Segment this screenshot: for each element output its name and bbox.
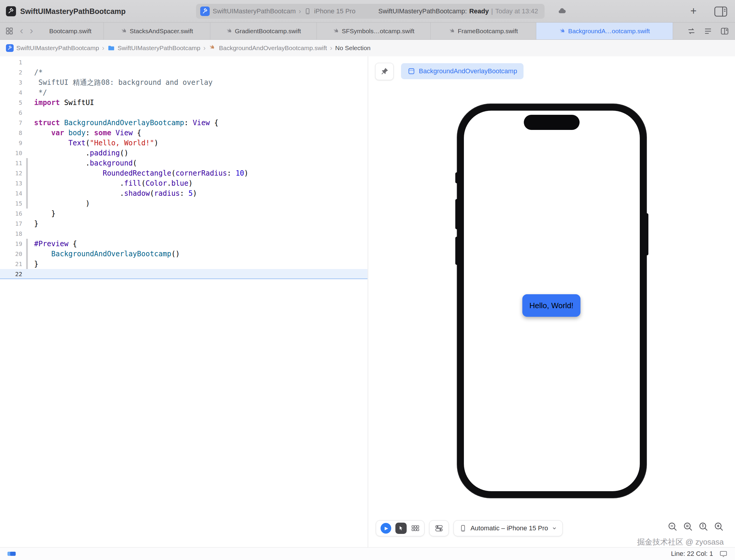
split-editor-icon[interactable] (720, 27, 729, 36)
activity-time: Today at 13:42 (495, 7, 538, 15)
variants-grid-icon[interactable] (411, 524, 420, 533)
line-number: 16 (0, 209, 22, 219)
zoom-100-icon[interactable] (698, 521, 709, 532)
cloud-icon[interactable] (557, 7, 567, 16)
tab-label: FrameBootcamp.swift (458, 28, 518, 35)
display-icon[interactable] (719, 550, 728, 558)
code-line-4[interactable]: 4 */ (0, 87, 367, 98)
device-picker[interactable]: Automatic – iPhone 15 Pro (454, 520, 563, 536)
breadcrumb-item-3[interactable]: No Selection (335, 44, 370, 52)
swift-file-icon (559, 28, 565, 34)
breadcrumb-item-1[interactable]: SwiftUIMasteryPathBootcamp (107, 44, 201, 52)
line-number: 17 (0, 219, 22, 229)
run-destination: iPhone 15 Pro (314, 7, 355, 15)
code-line-11[interactable]: 11 .background( (0, 158, 367, 168)
zoom-in-icon[interactable] (714, 521, 724, 532)
line-col-indicator: Line: 22 Col: 1 (671, 550, 713, 558)
app-proxy-icon[interactable] (6, 6, 16, 16)
code-text: .shadow(radius: 5) (34, 188, 197, 198)
preview-tab-label: BackgroundAndOverlayBootcamp (419, 67, 517, 75)
code-text: .padding() (34, 148, 128, 158)
tab-label: BackgroundA…ootcamp.swift (568, 28, 650, 35)
code-line-8[interactable]: 8 var body: some View { (0, 128, 367, 138)
code-line-19[interactable]: 19#Preview { (0, 239, 367, 249)
breadcrumb-label: BackgroundAndOverlayBootcamp.swift (219, 44, 327, 52)
file-tabs: Bootcamp.swiftStacksAndSpacer.swiftGradi… (37, 23, 673, 39)
line-number: 5 (0, 98, 22, 108)
source-control-change-bar (26, 188, 28, 198)
code-line-17[interactable]: 17} (0, 219, 367, 229)
activity-viewer[interactable]: SwiftUIMasteryPathBootcamp: Ready | Toda… (378, 7, 538, 15)
code-line-20[interactable]: 20 BackgroundAndOverlayBootcamp() (0, 249, 367, 259)
device-settings-button[interactable] (429, 520, 449, 536)
code-line-10[interactable]: 10 .padding() (0, 148, 367, 158)
phone-icon (459, 524, 467, 532)
code-line-14[interactable]: 14 .shadow(radius: 5) (0, 188, 367, 198)
forward-button[interactable]: › (30, 25, 33, 37)
editor-pages-icon[interactable] (7, 550, 16, 557)
code-line-16[interactable]: 16 } (0, 209, 367, 219)
scheme-name: SwiftUIMasteryPathBootcam (213, 7, 296, 15)
activity-project: SwiftUIMasteryPathBootcamp: (378, 7, 467, 15)
code-text: } (34, 209, 55, 219)
code-line-9[interactable]: 9 Text("Hello, World!") (0, 138, 367, 148)
hello-world-view[interactable]: Hello, World! (522, 294, 580, 317)
code-line-6[interactable]: 6 (0, 108, 367, 118)
code-text: /* (34, 67, 43, 77)
breadcrumb-item-0[interactable]: SwiftUIMasteryPathBootcamp (6, 44, 99, 52)
statusbar: Line: 22 Col: 1 (0, 547, 735, 560)
tab-sfsymbols-otcamp-swift[interactable]: SFSymbols…otcamp.swift (317, 23, 431, 39)
tab-stacksandspacer-swift[interactable]: StacksAndSpacer.swift (104, 23, 210, 39)
toolbar-activity-pill: SwiftUIMasteryPathBootcam › iPhone 15 Pr… (196, 4, 545, 19)
adjust-editor-icon[interactable] (704, 27, 712, 36)
tab-framebootcamp-swift[interactable]: FrameBootcamp.swift (431, 23, 536, 39)
scheme-selector[interactable]: SwiftUIMasteryPathBootcam › iPhone 15 Pr… (200, 7, 355, 16)
preview-tab[interactable]: BackgroundAndOverlayBootcamp (401, 63, 524, 79)
line-number: 6 (0, 108, 22, 118)
code-text: BackgroundAndOverlayBootcamp() (34, 249, 180, 259)
swap-editor-icon[interactable] (687, 27, 696, 36)
line-number: 12 (0, 168, 22, 178)
code-line-12[interactable]: 12 RoundedRectangle(cornerRadius: 10) (0, 168, 367, 178)
code-line-3[interactable]: 3 SwiftUI 精通之路08: background and overlay (0, 77, 367, 87)
code-text: .background( (34, 158, 137, 168)
code-rows: 12/*3 SwiftUI 精通之路08: background and ove… (0, 57, 367, 279)
code-line-21[interactable]: 21} (0, 259, 367, 269)
tab-bootcamp-swift[interactable]: Bootcamp.swift (37, 23, 104, 39)
selectable-mode-button[interactable] (395, 523, 407, 534)
line-number: 14 (0, 188, 22, 198)
pin-preview-button[interactable] (375, 63, 394, 80)
folder-icon (107, 44, 115, 52)
code-line-13[interactable]: 13 .fill(Color.blue) (0, 178, 367, 188)
tab-gradientbootcamp-swift[interactable]: GradientBootcamp.swift (210, 23, 317, 39)
breadcrumb-item-2[interactable]: BackgroundAndOverlayBootcamp.swift (209, 44, 327, 52)
zoom-out-icon[interactable] (667, 521, 678, 532)
code-line-2[interactable]: 2/* (0, 67, 367, 77)
code-line-1[interactable]: 1 (0, 57, 367, 67)
back-button[interactable]: ‹ (20, 25, 23, 37)
zoom-fit-icon[interactable] (683, 521, 693, 532)
add-tab-button[interactable]: + (688, 4, 699, 18)
breadcrumb-label: SwiftUIMasteryPathBootcamp (118, 44, 201, 52)
related-items-icon[interactable] (5, 27, 13, 35)
device-picker-label: Automatic – iPhone 15 Pro (470, 524, 548, 532)
tab-backgrounda-ootcamp-swift[interactable]: BackgroundA…ootcamp.swift (536, 23, 673, 39)
code-line-22[interactable]: 22 (0, 269, 367, 279)
tab-label: GradientBootcamp.swift (235, 28, 301, 35)
titlebar: SwiftUIMasteryPathBootcamp SwiftUIMaster… (0, 0, 735, 23)
iphone-preview-frame: Hello, World! (457, 104, 646, 498)
live-preview-button[interactable]: ▶ (381, 523, 391, 534)
code-text: } (34, 219, 38, 229)
dynamic-island (524, 115, 580, 130)
line-number: 13 (0, 178, 22, 188)
line-number: 18 (0, 229, 22, 239)
toggle-inspector-icon[interactable] (714, 7, 728, 17)
code-line-18[interactable]: 18 (0, 229, 367, 239)
code-line-15[interactable]: 15 ) (0, 198, 367, 209)
code-editor[interactable]: 12/*3 SwiftUI 精通之路08: background and ove… (0, 56, 367, 547)
source-control-change-bar (26, 198, 28, 209)
code-line-5[interactable]: 5import SwiftUI (0, 98, 367, 108)
code-line-7[interactable]: 7struct BackgroundAndOverlayBootcamp: Vi… (0, 118, 367, 128)
breadcrumb-label: SwiftUIMasteryPathBootcamp (16, 44, 99, 52)
breadcrumb: SwiftUIMasteryPathBootcamp›SwiftUIMaster… (0, 40, 735, 56)
